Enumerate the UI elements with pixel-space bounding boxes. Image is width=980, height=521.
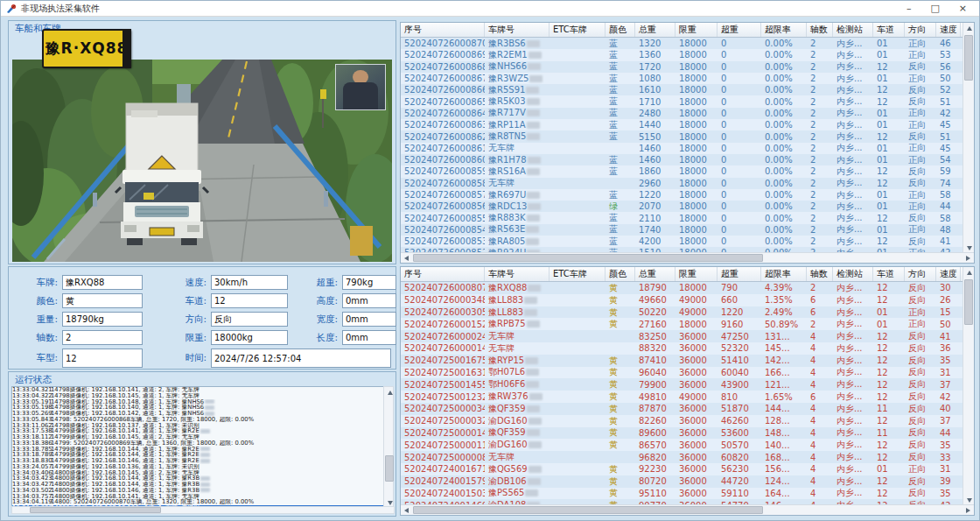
column-header[interactable]: 颜色 bbox=[606, 23, 635, 37]
table-row[interactable]: 520240726000857豫R697U蓝12201800000.00%2内乡… bbox=[401, 189, 964, 201]
table-row[interactable]: 520240725001675豫RYP15黄874103600051410142… bbox=[401, 355, 964, 367]
log-line[interactable]: 13:34:03.40614800摄像机: 192.168.10.145, 通道… bbox=[12, 470, 383, 476]
plate-field[interactable] bbox=[62, 275, 143, 290]
column-header[interactable]: 总重 bbox=[635, 267, 676, 281]
table-row[interactable]: 520240726000870豫R3BS6蓝13201800000.00%2内乡… bbox=[401, 38, 964, 49]
table-row[interactable]: 520240725000034豫QF359黄878703600051870144… bbox=[401, 403, 964, 415]
log-vertical-scrollbar[interactable] bbox=[383, 386, 394, 510]
scroll-right-arrow[interactable] bbox=[962, 504, 974, 516]
column-header[interactable]: 超重 bbox=[718, 267, 761, 281]
table-row[interactable]: 520240726000863豫RP11A蓝14401800000.00%2内乡… bbox=[401, 119, 964, 130]
table-row[interactable]: 520240726000152豫RPB75黄2716018000916050.8… bbox=[401, 318, 964, 330]
scroll-left-arrow[interactable] bbox=[401, 252, 412, 264]
column-header[interactable]: 轴数 bbox=[807, 23, 833, 37]
column-header[interactable]: 检测站 bbox=[833, 23, 873, 37]
maximize-button[interactable]: □ bbox=[930, 2, 939, 16]
column-header[interactable]: 超重 bbox=[718, 23, 761, 37]
table-row[interactable]: 520240725000032渝DG160黄822603600046260128… bbox=[401, 415, 964, 427]
lane-field[interactable] bbox=[211, 293, 288, 308]
table-row[interactable]: 520240725001455鄂H06F6黄799003600043900121… bbox=[401, 378, 964, 391]
overweight-field[interactable] bbox=[342, 275, 396, 290]
column-header[interactable]: 速度 bbox=[936, 23, 961, 37]
table-row[interactable]: 520240724001671豫QG569黄922303600056230156… bbox=[401, 463, 964, 475]
table-row[interactable]: 520240726000305豫LL883黄502204900012202.49… bbox=[401, 306, 964, 319]
log-line[interactable]: 13:33:05.84314798: 520240726000868车辆, 总重… bbox=[12, 417, 383, 423]
column-header[interactable]: 超限率 bbox=[761, 267, 807, 281]
column-header[interactable]: 超限率 bbox=[761, 23, 807, 37]
status-log-list[interactable]: 13:33:04.32114798摄像机: 192.168.10.141, 通道… bbox=[11, 386, 384, 510]
table-row[interactable]: 520240726000807豫RXQ88黄18790180007904.39%… bbox=[401, 282, 964, 294]
table-row[interactable]: 520240724001579渝DB106黄807203600044720124… bbox=[401, 475, 964, 488]
log-line[interactable]: 13:33:05.26914798摄像机: 192.168.10.142, 通道… bbox=[12, 411, 383, 417]
scroll-up-arrow[interactable] bbox=[384, 387, 396, 398]
column-header[interactable]: 车牌号 bbox=[485, 23, 550, 37]
column-header[interactable]: ETC车牌 bbox=[550, 267, 606, 281]
log-line[interactable]: 13:33:18.11214799摄像机: 192.168.10.145, 通道… bbox=[12, 434, 383, 440]
column-header[interactable]: 总重 bbox=[635, 23, 676, 37]
color-field[interactable] bbox=[62, 293, 143, 308]
table-row[interactable]: 520240725000014豫QF359黄896003600053600148… bbox=[401, 427, 964, 440]
column-header[interactable]: 车牌号 bbox=[485, 267, 550, 281]
log-line[interactable]: 13:33:24.05714799摄像机: 192.168.10.136, 通道… bbox=[12, 464, 383, 470]
column-header[interactable]: 序号 bbox=[401, 23, 485, 37]
scrollbar-thumb[interactable] bbox=[413, 506, 763, 514]
scrollbar-thumb[interactable] bbox=[964, 35, 973, 81]
log-line[interactable]: 13:33:04.32114798摄像机: 192.168.10.141, 通道… bbox=[12, 387, 383, 393]
log-horizontal-scrollbar[interactable] bbox=[11, 506, 395, 514]
table-horizontal-scrollbar[interactable] bbox=[401, 504, 974, 515]
table-row[interactable]: 520240726000854豫R563E蓝17401800000.00%2内乡… bbox=[401, 224, 964, 236]
table-row[interactable]: 520240726000861无车牌14601800000.00%2内乡...0… bbox=[401, 143, 964, 154]
log-line[interactable]: 13:33:05.19814798摄像机: 192.168.10.140, 通道… bbox=[12, 405, 383, 411]
table-row[interactable]: 520240726000866豫R5S91蓝16101800000.00%2内乡… bbox=[401, 84, 964, 95]
column-header[interactable]: 限重 bbox=[676, 267, 718, 281]
column-header[interactable]: 方向 bbox=[905, 267, 936, 281]
scrollbar-thumb[interactable] bbox=[413, 254, 763, 262]
length-field[interactable] bbox=[342, 330, 396, 345]
column-header[interactable]: 序号 bbox=[401, 267, 485, 281]
column-header[interactable]: 速度 bbox=[936, 267, 961, 281]
log-line[interactable]: 13:34:03.50214800摄像机: 192.168.10.146, 通道… bbox=[12, 488, 383, 494]
column-header[interactable]: 方向 bbox=[905, 23, 936, 37]
log-line[interactable]: 13:33:17.53814799摄像机: 192.168.10.141, 通道… bbox=[12, 428, 383, 434]
column-header[interactable]: 车道 bbox=[873, 267, 905, 281]
scroll-right-arrow[interactable] bbox=[962, 252, 974, 264]
table-row[interactable]: 520240726000855豫R883K蓝21101800000.00%2内乡… bbox=[401, 212, 964, 223]
table-row[interactable]: 520240726000865豫R5K03蓝17101800000.00%2内乡… bbox=[401, 95, 964, 107]
table-row[interactable]: 520240725000011渝DG160黄865703600050570140… bbox=[401, 439, 964, 451]
log-line[interactable]: 13:33:18.78914799摄像机: 192.168.10.144, 通道… bbox=[12, 452, 383, 458]
table-row[interactable]: 520240726000868豫NHS66蓝17201800000.00%2内乡… bbox=[401, 61, 964, 73]
scrollbar-thumb[interactable] bbox=[964, 279, 973, 325]
height-field[interactable] bbox=[342, 293, 396, 308]
column-header[interactable]: 检测站 bbox=[833, 267, 873, 281]
table-row[interactable]: 520240724001503豫PS565黄951103600059110164… bbox=[401, 488, 964, 500]
table-row[interactable]: 520240726000856豫RDC13绿20701800000.00%2内乡… bbox=[401, 201, 964, 212]
axles-field[interactable] bbox=[62, 330, 143, 345]
table-row[interactable]: 520240726000867豫R3WZ5蓝10801800000.00%2内乡… bbox=[401, 73, 964, 84]
speed-field[interactable] bbox=[211, 275, 288, 290]
column-header[interactable]: 颜色 bbox=[606, 267, 635, 281]
column-header[interactable]: ETC车牌 bbox=[550, 23, 606, 37]
table-row[interactable]: 520240725001232豫RW376黄49810490008101.65%… bbox=[401, 391, 964, 403]
weight-limit-field[interactable] bbox=[211, 330, 288, 345]
direction-field[interactable] bbox=[211, 312, 288, 327]
table-row[interactable]: 520240726000864豫R717V蓝24801800000.00%2内乡… bbox=[401, 108, 964, 119]
minimize-button[interactable]: – bbox=[906, 2, 912, 16]
log-line[interactable]: 13:33:18.78514799摄像机: 192.168.10.144, 通道… bbox=[12, 447, 383, 453]
table-row[interactable]: 520240726000024无车牌832503600047250131...4… bbox=[401, 330, 964, 342]
table-row[interactable]: 520240725000008无车牌968203600060820168...4… bbox=[401, 451, 964, 463]
table-row[interactable]: 520240726000348豫LL883黄49660490006601.35%… bbox=[401, 294, 964, 306]
table-vertical-scrollbar[interactable] bbox=[962, 267, 974, 506]
column-header[interactable]: 限重 bbox=[676, 23, 718, 37]
table-row[interactable]: 520240726000860豫R1H78蓝14601800000.00%2内乡… bbox=[401, 154, 964, 165]
log-line[interactable]: 13:33:04.32214798摄像机: 192.168.10.145, 通道… bbox=[12, 393, 383, 399]
log-line[interactable]: 13:34:03.42314800摄像机: 192.168.10.144, 通道… bbox=[12, 475, 383, 482]
vehicle-type-field[interactable] bbox=[62, 349, 143, 368]
log-line[interactable]: 13:33:18.38614799: 520240726000869车辆, 总重… bbox=[12, 440, 383, 447]
table-row[interactable]: 520240726000869豫R2EM1蓝13601800000.00%2内乡… bbox=[401, 49, 964, 60]
table-row[interactable]: 520240726000853豫RA805蓝42001800000.00%2内乡… bbox=[401, 236, 964, 247]
scrollbar-thumb[interactable] bbox=[385, 455, 394, 482]
weight-field[interactable] bbox=[62, 312, 143, 327]
log-line[interactable]: 13:33:05.19114798摄像机: 192.168.10.148, 通道… bbox=[12, 399, 383, 405]
close-button[interactable]: × bbox=[959, 2, 967, 16]
table-horizontal-scrollbar[interactable] bbox=[401, 252, 974, 263]
